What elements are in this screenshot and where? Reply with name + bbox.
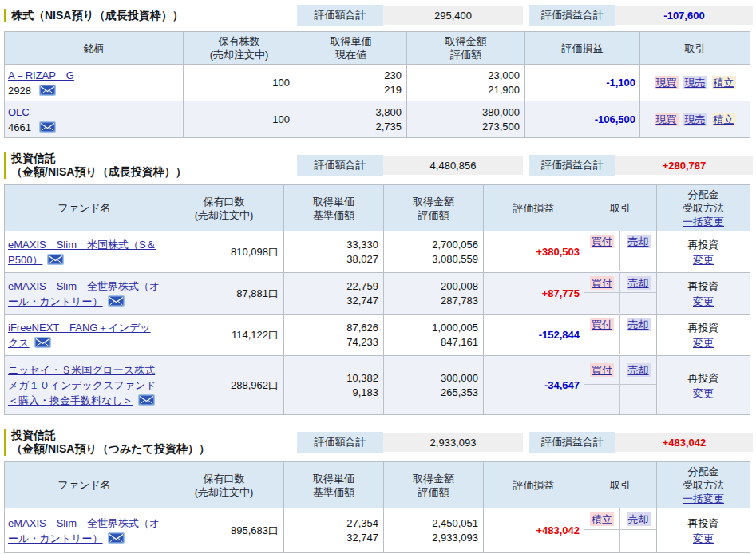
eval-total-value: 2,933,093 [383, 433, 523, 452]
stock-cell: A－RIZAP G 2928 [5, 65, 184, 101]
amount-cell: 23,00021,900 [407, 65, 525, 101]
col-header-trade: 取引 [640, 32, 750, 65]
fund-sell-button[interactable]: 売却 [627, 235, 651, 248]
genbutsu-buy-button[interactable]: 現買 [655, 76, 679, 89]
col-header-fund-name: ファンド名 [5, 462, 164, 508]
mail-icon[interactable] [108, 532, 125, 544]
stock-name-link[interactable]: OLC [8, 106, 30, 118]
fund-buy-button[interactable]: 買付 [590, 363, 614, 377]
bulk-change-link[interactable]: 一括変更 [683, 216, 724, 228]
col-header-pl: 評価損益 [484, 462, 584, 508]
col-header-amount: 取得金額評価額 [407, 32, 525, 65]
section-title: 投資信託 [11, 152, 187, 165]
distribution-change-link[interactable]: 変更 [693, 337, 714, 349]
col-header-amount: 取得金額評価額 [384, 185, 484, 231]
mail-icon[interactable] [34, 337, 51, 348]
table-row: ニッセイ・Ｓ米国グロース株式メガ１０インデックスファンド＜購入・換金手数料なし＞… [5, 356, 750, 415]
section-title-block: 投資信託 （金額/NISA預り（つみたて投資枠）） [4, 429, 210, 456]
pl-total-value: -107,600 [615, 6, 753, 25]
section-funds-growth: 投資信託 （金額/NISA預り（成長投資枠）） 評価額合計 4,480,856 … [4, 152, 753, 415]
table-row: iFreeNEXT FANG＋インデックス 114,122口 87,62674,… [5, 315, 750, 356]
section-funds-tsumitate: 投資信託 （金額/NISA預り（つみたて投資枠）） 評価額合計 2,933,09… [4, 429, 753, 553]
pl-cell: -34,647 [484, 356, 584, 415]
mail-icon[interactable] [39, 85, 56, 96]
tsumitate-button[interactable]: 積立 [590, 512, 614, 526]
mail-icon[interactable] [138, 394, 155, 406]
table-row: eMAXIS Slim 全世界株式（オール・カントリー） 895,683口 27… [5, 508, 750, 553]
stock-name-link[interactable]: A－RIZAP G [8, 69, 74, 81]
trade-cell: 積立 売却 [584, 508, 657, 553]
section-funds-tsumitate-header: 投資信託 （金額/NISA預り（つみたて投資枠）） 評価額合計 2,933,09… [4, 429, 753, 456]
section-accent-bar [4, 9, 6, 22]
price-cell: 10,3829,183 [284, 356, 384, 415]
stock-code: 2928 [8, 85, 31, 97]
bulk-change-link[interactable]: 一括変更 [683, 493, 724, 505]
section-stocks: 株式（NISA預り（成長投資枠）） 評価額合計 295,400 評価損益合計 -… [4, 5, 753, 138]
col-header-pl: 評価損益 [525, 32, 640, 65]
amount-cell: 1,000,005847,161 [384, 315, 484, 356]
trade-empty-cell [584, 293, 620, 313]
portfolio-page: 株式（NISA預り（成長投資枠）） 評価額合計 295,400 評価損益合計 -… [0, 0, 756, 553]
fund-name-link[interactable]: eMAXIS Slim 米国株式（S＆P500） [8, 239, 156, 266]
units-cell: 810,098口 [164, 231, 284, 273]
fund-name-link[interactable]: eMAXIS Slim 全世界株式（オール・カントリー） [8, 280, 160, 307]
amount-cell: 200,008287,783 [384, 273, 484, 315]
funds-tsumitate-table: ファンド名 保有口数(売却注文中) 取得単価基準価額 取得金額評価額 評価損益 … [4, 461, 750, 553]
eval-total-label: 評価額合計 [297, 155, 383, 176]
summary-bar: 評価額合計 295,400 評価損益合計 -107,600 [297, 5, 753, 26]
section-title: 株式（NISA預り（成長投資枠）） [11, 9, 184, 22]
fund-buy-button[interactable]: 買付 [590, 318, 614, 331]
fund-sell-button[interactable]: 売却 [627, 318, 651, 331]
trade-empty-cell [584, 530, 620, 552]
fund-sell-button[interactable]: 売却 [627, 276, 651, 290]
distribution-change-link[interactable]: 変更 [693, 532, 714, 544]
trade-empty-cell [620, 293, 656, 313]
distribution-cell: 再投資 変更 [657, 508, 750, 553]
fund-cell: eMAXIS Slim 全世界株式（オール・カントリー） [5, 273, 164, 315]
fund-cell: ニッセイ・Ｓ米国グロース株式メガ１０インデックスファンド＜購入・換金手数料なし＞ [5, 356, 164, 415]
fund-buy-button[interactable]: 買付 [590, 276, 614, 290]
distribution-method: 再投資 [662, 370, 745, 386]
fund-sell-button[interactable]: 売却 [627, 512, 651, 526]
mail-icon[interactable] [108, 295, 125, 307]
quantity-cell: 100 [184, 65, 295, 101]
pl-cell: +483,042 [484, 508, 584, 553]
price-cell: 22,75932,747 [284, 273, 384, 315]
table-row: A－RIZAP G 2928 100 230219 23,00021,900 -… [5, 65, 750, 101]
units-cell: 895,683口 [164, 508, 284, 553]
genbutsu-buy-button[interactable]: 現買 [655, 113, 679, 126]
pl-total-value: +280,787 [615, 156, 753, 175]
fund-buy-button[interactable]: 買付 [590, 235, 614, 248]
eval-total-value: 295,400 [383, 6, 523, 25]
tsumitate-button[interactable]: 積立 [712, 76, 736, 89]
section-accent-bar [4, 429, 6, 456]
genbutsu-sell-button[interactable]: 現売 [683, 113, 707, 126]
distribution-method: 再投資 [662, 516, 745, 531]
trade-empty-cell [620, 334, 656, 354]
trade-empty-cell [620, 251, 656, 271]
mail-icon[interactable] [47, 254, 64, 265]
distribution-change-link[interactable]: 変更 [693, 387, 714, 399]
amount-cell: 2,450,0512,933,093 [384, 508, 484, 553]
trade-cell: 現買現売積立 [640, 101, 750, 138]
quantity-cell: 100 [184, 101, 295, 138]
eval-total-label: 評価額合計 [297, 432, 383, 453]
distribution-change-link[interactable]: 変更 [693, 295, 714, 307]
price-cell: 33,33038,027 [284, 231, 384, 273]
distribution-change-link[interactable]: 変更 [693, 254, 714, 266]
distribution-method: 再投資 [662, 279, 745, 294]
stock-cell: OLC 4661 [5, 101, 184, 138]
col-header-amount: 取得金額評価額 [384, 462, 484, 508]
col-header-price: 取得単価基準価額 [284, 185, 384, 231]
fund-name-link[interactable]: iFreeNEXT FANG＋インデックス [8, 322, 151, 349]
trade-empty-cell [584, 385, 620, 414]
fund-cell: eMAXIS Slim 全世界株式（オール・カントリー） [5, 508, 164, 553]
fund-name-link[interactable]: eMAXIS Slim 全世界株式（オール・カントリー） [8, 517, 160, 544]
units-cell: 87,881口 [164, 273, 284, 315]
fund-name-link[interactable]: ニッセイ・Ｓ米国グロース株式メガ１０インデックスファンド＜購入・換金手数料なし＞ [8, 364, 156, 406]
fund-sell-button[interactable]: 売却 [627, 363, 651, 377]
genbutsu-sell-button[interactable]: 現売 [683, 76, 707, 89]
tsumitate-button[interactable]: 積立 [712, 113, 736, 126]
price-cell: 27,35432,747 [284, 508, 384, 553]
mail-icon[interactable] [39, 121, 56, 133]
